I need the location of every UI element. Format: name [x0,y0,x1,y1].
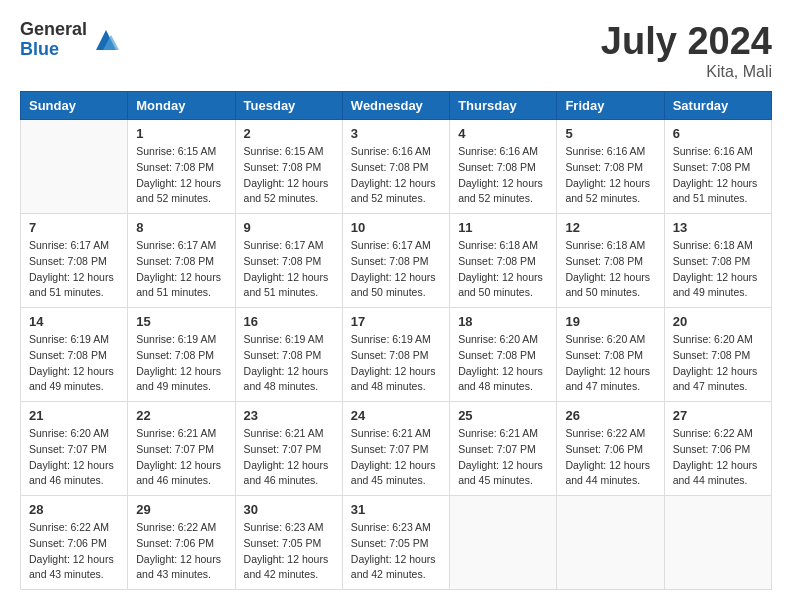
logo-blue: Blue [20,40,87,60]
calendar-cell: 9Sunrise: 6:17 AMSunset: 7:08 PMDaylight… [235,214,342,308]
day-number: 8 [136,220,226,235]
day-info: Sunrise: 6:22 AMSunset: 7:06 PMDaylight:… [565,426,655,489]
title-block: July 2024 Kita, Mali [601,20,772,81]
day-number: 19 [565,314,655,329]
day-header-saturday: Saturday [664,92,771,120]
calendar-cell: 12Sunrise: 6:18 AMSunset: 7:08 PMDayligh… [557,214,664,308]
day-number: 17 [351,314,441,329]
calendar-cell: 25Sunrise: 6:21 AMSunset: 7:07 PMDayligh… [450,402,557,496]
day-number: 18 [458,314,548,329]
month-title: July 2024 [601,20,772,63]
day-info: Sunrise: 6:20 AMSunset: 7:08 PMDaylight:… [565,332,655,395]
day-number: 10 [351,220,441,235]
calendar-cell: 26Sunrise: 6:22 AMSunset: 7:06 PMDayligh… [557,402,664,496]
day-info: Sunrise: 6:19 AMSunset: 7:08 PMDaylight:… [136,332,226,395]
day-info: Sunrise: 6:18 AMSunset: 7:08 PMDaylight:… [565,238,655,301]
day-info: Sunrise: 6:15 AMSunset: 7:08 PMDaylight:… [136,144,226,207]
day-number: 27 [673,408,763,423]
location: Kita, Mali [601,63,772,81]
calendar-cell: 16Sunrise: 6:19 AMSunset: 7:08 PMDayligh… [235,308,342,402]
calendar-table: SundayMondayTuesdayWednesdayThursdayFrid… [20,91,772,590]
day-number: 21 [29,408,119,423]
logo: General Blue [20,20,121,60]
day-info: Sunrise: 6:22 AMSunset: 7:06 PMDaylight:… [673,426,763,489]
calendar-cell: 17Sunrise: 6:19 AMSunset: 7:08 PMDayligh… [342,308,449,402]
day-info: Sunrise: 6:16 AMSunset: 7:08 PMDaylight:… [673,144,763,207]
week-row-3: 14Sunrise: 6:19 AMSunset: 7:08 PMDayligh… [21,308,772,402]
day-number: 11 [458,220,548,235]
day-number: 26 [565,408,655,423]
calendar-cell: 6Sunrise: 6:16 AMSunset: 7:08 PMDaylight… [664,120,771,214]
day-number: 30 [244,502,334,517]
calendar-cell: 31Sunrise: 6:23 AMSunset: 7:05 PMDayligh… [342,496,449,590]
calendar-cell: 22Sunrise: 6:21 AMSunset: 7:07 PMDayligh… [128,402,235,496]
day-header-monday: Monday [128,92,235,120]
day-header-friday: Friday [557,92,664,120]
logo-text: General Blue [20,20,87,60]
day-info: Sunrise: 6:17 AMSunset: 7:08 PMDaylight:… [351,238,441,301]
day-number: 29 [136,502,226,517]
calendar-cell: 1Sunrise: 6:15 AMSunset: 7:08 PMDaylight… [128,120,235,214]
day-number: 7 [29,220,119,235]
day-number: 16 [244,314,334,329]
day-number: 12 [565,220,655,235]
day-number: 23 [244,408,334,423]
day-info: Sunrise: 6:16 AMSunset: 7:08 PMDaylight:… [565,144,655,207]
calendar-cell: 3Sunrise: 6:16 AMSunset: 7:08 PMDaylight… [342,120,449,214]
day-number: 20 [673,314,763,329]
day-number: 15 [136,314,226,329]
day-header-sunday: Sunday [21,92,128,120]
day-info: Sunrise: 6:19 AMSunset: 7:08 PMDaylight:… [29,332,119,395]
day-number: 31 [351,502,441,517]
calendar-cell: 18Sunrise: 6:20 AMSunset: 7:08 PMDayligh… [450,308,557,402]
calendar-cell: 23Sunrise: 6:21 AMSunset: 7:07 PMDayligh… [235,402,342,496]
calendar-cell: 5Sunrise: 6:16 AMSunset: 7:08 PMDaylight… [557,120,664,214]
calendar-cell: 30Sunrise: 6:23 AMSunset: 7:05 PMDayligh… [235,496,342,590]
calendar-cell: 20Sunrise: 6:20 AMSunset: 7:08 PMDayligh… [664,308,771,402]
day-info: Sunrise: 6:17 AMSunset: 7:08 PMDaylight:… [136,238,226,301]
calendar-cell: 10Sunrise: 6:17 AMSunset: 7:08 PMDayligh… [342,214,449,308]
day-header-tuesday: Tuesday [235,92,342,120]
calendar-cell: 13Sunrise: 6:18 AMSunset: 7:08 PMDayligh… [664,214,771,308]
calendar-cell: 14Sunrise: 6:19 AMSunset: 7:08 PMDayligh… [21,308,128,402]
day-info: Sunrise: 6:16 AMSunset: 7:08 PMDaylight:… [351,144,441,207]
calendar-cell: 19Sunrise: 6:20 AMSunset: 7:08 PMDayligh… [557,308,664,402]
day-number: 5 [565,126,655,141]
calendar-cell: 28Sunrise: 6:22 AMSunset: 7:06 PMDayligh… [21,496,128,590]
week-row-2: 7Sunrise: 6:17 AMSunset: 7:08 PMDaylight… [21,214,772,308]
day-info: Sunrise: 6:20 AMSunset: 7:07 PMDaylight:… [29,426,119,489]
days-of-week-row: SundayMondayTuesdayWednesdayThursdayFrid… [21,92,772,120]
calendar-cell: 8Sunrise: 6:17 AMSunset: 7:08 PMDaylight… [128,214,235,308]
day-info: Sunrise: 6:20 AMSunset: 7:08 PMDaylight:… [458,332,548,395]
calendar-cell: 24Sunrise: 6:21 AMSunset: 7:07 PMDayligh… [342,402,449,496]
day-number: 2 [244,126,334,141]
day-number: 28 [29,502,119,517]
day-info: Sunrise: 6:18 AMSunset: 7:08 PMDaylight:… [458,238,548,301]
day-info: Sunrise: 6:22 AMSunset: 7:06 PMDaylight:… [136,520,226,583]
day-number: 6 [673,126,763,141]
day-number: 1 [136,126,226,141]
day-number: 22 [136,408,226,423]
day-number: 13 [673,220,763,235]
day-info: Sunrise: 6:18 AMSunset: 7:08 PMDaylight:… [673,238,763,301]
day-info: Sunrise: 6:15 AMSunset: 7:08 PMDaylight:… [244,144,334,207]
logo-icon [91,25,121,55]
calendar-cell: 21Sunrise: 6:20 AMSunset: 7:07 PMDayligh… [21,402,128,496]
day-number: 3 [351,126,441,141]
day-info: Sunrise: 6:21 AMSunset: 7:07 PMDaylight:… [244,426,334,489]
day-info: Sunrise: 6:19 AMSunset: 7:08 PMDaylight:… [351,332,441,395]
day-number: 14 [29,314,119,329]
day-info: Sunrise: 6:17 AMSunset: 7:08 PMDaylight:… [244,238,334,301]
day-number: 25 [458,408,548,423]
logo-general: General [20,20,87,40]
page-header: General Blue July 2024 Kita, Mali [20,20,772,81]
day-info: Sunrise: 6:16 AMSunset: 7:08 PMDaylight:… [458,144,548,207]
calendar-cell [450,496,557,590]
day-header-thursday: Thursday [450,92,557,120]
week-row-1: 1Sunrise: 6:15 AMSunset: 7:08 PMDaylight… [21,120,772,214]
day-number: 24 [351,408,441,423]
day-info: Sunrise: 6:22 AMSunset: 7:06 PMDaylight:… [29,520,119,583]
calendar-cell: 27Sunrise: 6:22 AMSunset: 7:06 PMDayligh… [664,402,771,496]
day-info: Sunrise: 6:20 AMSunset: 7:08 PMDaylight:… [673,332,763,395]
calendar-cell [557,496,664,590]
